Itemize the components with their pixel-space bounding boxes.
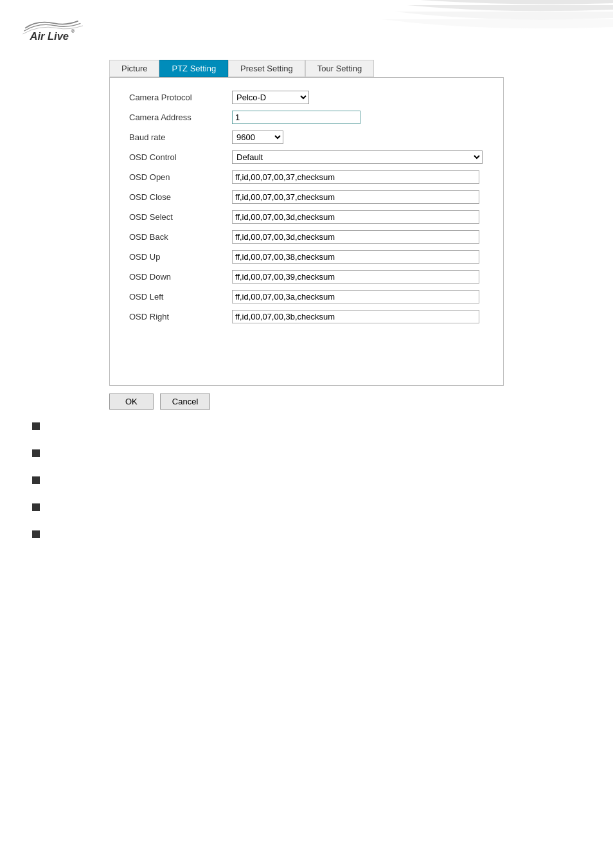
control-osd-close <box>232 190 484 204</box>
control-osd-right <box>232 310 484 323</box>
control-osd-open <box>232 170 484 184</box>
field-row-camera-protocol: Camera Protocol Pelco-D Pelco-P Custom <box>129 91 484 104</box>
select-camera-protocol[interactable]: Pelco-D Pelco-P Custom <box>232 91 309 104</box>
svg-text:®: ® <box>71 28 75 34</box>
control-camera-address <box>232 111 484 124</box>
label-osd-open: OSD Open <box>129 172 232 182</box>
ok-button[interactable]: OK <box>109 393 154 410</box>
field-row-osd-left: OSD Left <box>129 290 484 303</box>
label-osd-control: OSD Control <box>129 152 232 162</box>
select-osd-control[interactable]: Default Custom <box>232 150 483 164</box>
field-row-osd-close: OSD Close <box>129 190 484 204</box>
input-osd-down[interactable] <box>232 270 479 284</box>
bullet-icon-1 <box>32 422 40 430</box>
control-osd-back <box>232 230 484 244</box>
input-osd-select[interactable] <box>232 210 479 224</box>
bullet-icon-5 <box>32 530 40 538</box>
label-osd-right: OSD Right <box>129 312 232 321</box>
notes-section <box>32 421 504 538</box>
field-row-osd-right: OSD Right <box>129 310 484 323</box>
control-osd-left <box>232 290 484 303</box>
control-osd-select <box>232 210 484 224</box>
bullet-icon-2 <box>32 449 40 457</box>
label-osd-select: OSD Select <box>129 212 232 222</box>
field-row-osd-control: OSD Control Default Custom <box>129 150 484 164</box>
label-camera-protocol: Camera Protocol <box>129 93 232 102</box>
label-baud-rate: Baud rate <box>129 132 232 142</box>
input-osd-close[interactable] <box>232 190 479 204</box>
header: Air Live ® <box>0 0 613 53</box>
label-camera-address: Camera Address <box>129 113 232 122</box>
field-row-osd-open: OSD Open <box>129 170 484 184</box>
note-item-4 <box>32 502 504 511</box>
input-osd-up[interactable] <box>232 250 479 264</box>
label-osd-down: OSD Down <box>129 272 232 282</box>
header-decoration <box>356 0 613 53</box>
tab-picture[interactable]: Picture <box>109 60 159 77</box>
tab-preset-setting[interactable]: Preset Setting <box>228 60 305 77</box>
cancel-button[interactable]: Cancel <box>160 393 210 410</box>
tab-ptz-setting[interactable]: PTZ Setting <box>159 60 228 77</box>
input-camera-address[interactable] <box>232 111 360 124</box>
field-row-osd-up: OSD Up <box>129 250 484 264</box>
label-osd-close: OSD Close <box>129 192 232 202</box>
label-osd-back: OSD Back <box>129 232 232 242</box>
select-baud-rate[interactable]: 1200 2400 4800 9600 19200 38400 57600 11… <box>232 131 283 144</box>
main-content-box: Camera Protocol Pelco-D Pelco-P Custom C… <box>109 77 504 386</box>
note-item-2 <box>32 448 504 457</box>
bullet-icon-3 <box>32 476 40 484</box>
input-osd-left[interactable] <box>232 290 479 303</box>
label-osd-left: OSD Left <box>129 292 232 302</box>
tabs-container: Picture PTZ Setting Preset Setting Tour … <box>109 60 613 77</box>
field-row-osd-select: OSD Select <box>129 210 484 224</box>
control-osd-control: Default Custom <box>232 150 484 164</box>
airlive-logo: Air Live ® <box>19 12 90 47</box>
bullet-icon-4 <box>32 503 40 511</box>
svg-text:Air Live: Air Live <box>30 30 69 42</box>
label-osd-up: OSD Up <box>129 252 232 262</box>
control-camera-protocol: Pelco-D Pelco-P Custom <box>232 91 484 104</box>
input-osd-back[interactable] <box>232 230 479 244</box>
note-item-1 <box>32 421 504 430</box>
field-row-camera-address: Camera Address <box>129 111 484 124</box>
field-row-osd-back: OSD Back <box>129 230 484 244</box>
control-osd-down <box>232 270 484 284</box>
tab-tour-setting[interactable]: Tour Setting <box>305 60 374 77</box>
input-osd-right[interactable] <box>232 310 479 323</box>
action-buttons: OK Cancel <box>109 393 613 410</box>
control-baud-rate: 1200 2400 4800 9600 19200 38400 57600 11… <box>232 131 484 144</box>
field-row-osd-down: OSD Down <box>129 270 484 284</box>
control-osd-up <box>232 250 484 264</box>
note-item-5 <box>32 529 504 538</box>
input-osd-open[interactable] <box>232 170 479 184</box>
field-row-baud-rate: Baud rate 1200 2400 4800 9600 19200 3840… <box>129 131 484 144</box>
note-item-3 <box>32 475 504 484</box>
